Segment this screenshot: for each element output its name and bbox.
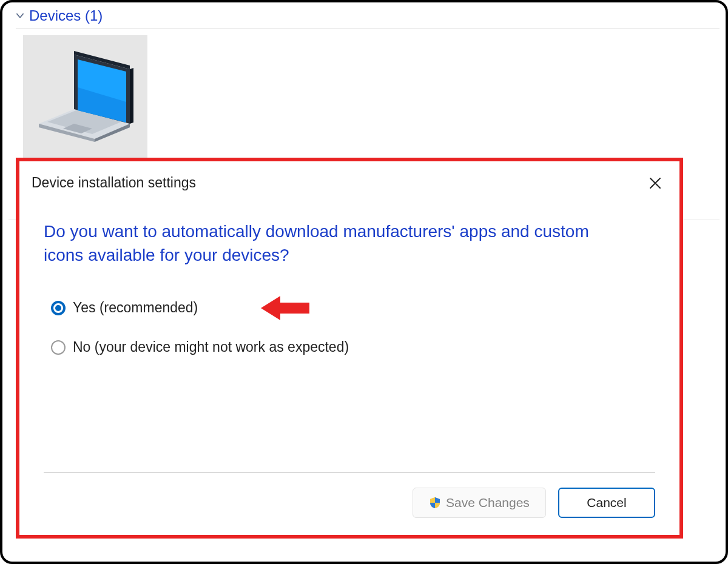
devices-section-header[interactable]: Devices (1) bbox=[16, 7, 720, 29]
radio-unselected-icon bbox=[51, 340, 66, 355]
dialog-title: Device installation settings bbox=[32, 175, 196, 191]
save-changes-label: Save Changes bbox=[446, 495, 530, 510]
dialog-titlebar: Device installation settings bbox=[19, 161, 679, 198]
radio-option-no[interactable]: No (your device might not work as expect… bbox=[51, 339, 655, 355]
footer-divider bbox=[44, 472, 655, 473]
devices-section-title: Devices (1) bbox=[29, 7, 103, 24]
svg-marker-9 bbox=[130, 68, 133, 124]
laptop-icon bbox=[34, 51, 137, 144]
radio-option-no-label: No (your device might not work as expect… bbox=[73, 339, 349, 355]
svg-marker-10 bbox=[261, 296, 309, 320]
dialog-footer: Save Changes Cancel bbox=[44, 472, 655, 518]
shield-icon bbox=[429, 497, 441, 509]
device-installation-settings-dialog: Device installation settings Do you want… bbox=[16, 158, 683, 539]
radio-selected-icon bbox=[51, 301, 66, 315]
cancel-button[interactable]: Cancel bbox=[558, 488, 655, 518]
dialog-question: Do you want to automatically download ma… bbox=[19, 198, 626, 273]
cancel-label: Cancel bbox=[587, 495, 626, 510]
radio-option-yes-label: Yes (recommended) bbox=[73, 300, 198, 316]
chevron-down-icon bbox=[16, 12, 24, 20]
radio-option-yes[interactable]: Yes (recommended) bbox=[51, 300, 655, 316]
radio-group: Yes (recommended) No (your device might … bbox=[19, 273, 679, 355]
annotation-arrow-icon bbox=[261, 295, 309, 321]
device-tile[interactable] bbox=[23, 35, 147, 159]
save-changes-button[interactable]: Save Changes bbox=[413, 488, 546, 518]
close-icon bbox=[649, 176, 662, 190]
close-button[interactable] bbox=[647, 175, 664, 192]
